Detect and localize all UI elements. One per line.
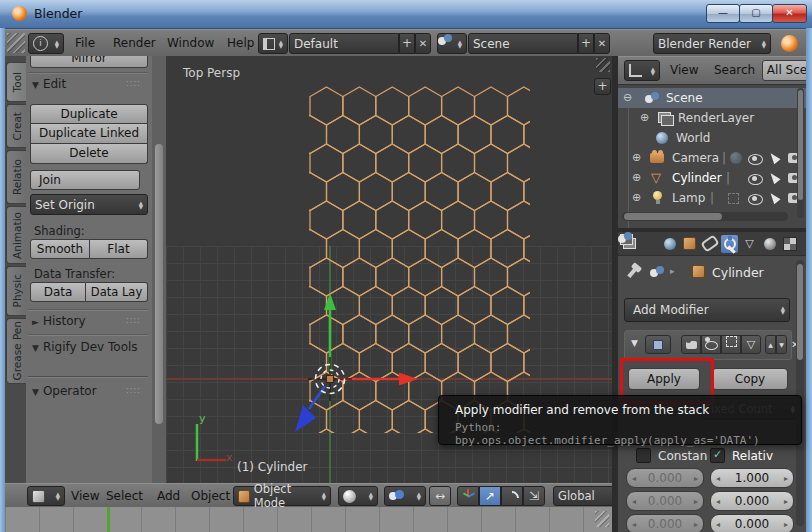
maximize-button[interactable]: ▢ xyxy=(739,4,773,23)
copy-button[interactable]: Copy xyxy=(712,368,788,390)
count-y-field[interactable]: ◂0.000▸ xyxy=(626,491,704,511)
menu-help[interactable]: Help xyxy=(227,36,254,50)
rotate-manipulator-button[interactable] xyxy=(501,486,523,506)
playhead-marker[interactable] xyxy=(107,507,110,532)
menu-add[interactable]: Add xyxy=(157,489,180,503)
expand-icon[interactable]: ⊕ xyxy=(632,191,641,204)
menu-search[interactable]: Search xyxy=(714,63,755,77)
outliner-vscrollbar[interactable] xyxy=(797,88,804,218)
history-panel-header[interactable]: ►History xyxy=(32,314,86,328)
duplicate-button[interactable]: Duplicate xyxy=(30,104,148,124)
close-button[interactable]: ✕ xyxy=(772,4,807,23)
panel-grip-icon[interactable]: :::: xyxy=(126,79,141,88)
relative-checkbox[interactable]: ✓ xyxy=(710,448,725,463)
delete-button[interactable]: Delete xyxy=(30,144,148,164)
outliner-row-camera[interactable]: ⊕ Camera | xyxy=(618,148,806,168)
scrollbar-thumb[interactable] xyxy=(798,90,803,200)
tab-scene[interactable] xyxy=(641,235,658,253)
editor-type-button[interactable]: i xyxy=(28,33,64,54)
smooth-button[interactable]: Smooth xyxy=(30,239,90,259)
minimize-button[interactable]: — xyxy=(706,4,740,23)
render-toggle-button[interactable] xyxy=(681,335,701,354)
tab-material[interactable] xyxy=(761,235,778,253)
visibility-eye-icon[interactable] xyxy=(748,194,763,205)
collapse-icon[interactable]: ▼ xyxy=(631,338,638,348)
selectability-cursor-icon[interactable] xyxy=(767,191,780,205)
outliner-row-lamp[interactable]: ⊕ Lamp | xyxy=(618,188,806,208)
data-button[interactable]: Data xyxy=(30,282,86,302)
display-mode-select[interactable]: All Sce xyxy=(762,60,806,81)
duplicate-linked-button[interactable]: Duplicate Linked xyxy=(30,124,148,144)
add-modifier-select[interactable]: Add Modifier xyxy=(624,298,790,322)
panel-grip-icon[interactable]: :::: xyxy=(126,316,141,325)
scene-browse-button[interactable] xyxy=(437,33,467,54)
shelf-tab-physics[interactable]: Physic xyxy=(6,266,26,316)
screen-layout-field[interactable]: Default xyxy=(289,33,399,54)
editor-type-button[interactable] xyxy=(27,486,65,506)
outliner-row-renderlayer[interactable]: ⊕ RenderLayer xyxy=(618,108,806,128)
shelf-tab-relations[interactable]: Relatio xyxy=(6,150,26,204)
shelf-scrollbar[interactable] xyxy=(152,56,166,483)
count-x-field[interactable]: ◂0.000▸ xyxy=(626,468,704,488)
move-down-button[interactable]: ▼ xyxy=(776,335,787,354)
collapse-icon[interactable]: ⊖ xyxy=(623,91,632,104)
mirror-button[interactable]: Mirror xyxy=(30,56,148,68)
shelf-tab-tools[interactable]: Tool xyxy=(6,62,26,102)
menu-view[interactable]: View xyxy=(670,63,698,77)
tab-constraints[interactable] xyxy=(701,235,718,253)
editor-type-button[interactable] xyxy=(624,60,660,81)
scene-field[interactable]: Scene xyxy=(468,33,578,54)
properties-scrollbar[interactable] xyxy=(796,260,804,526)
corner-grip-icon[interactable] xyxy=(596,58,610,72)
title-bar[interactable]: Blender — ▢ ✕ xyxy=(0,0,812,29)
count-z-field[interactable]: ◂0.000▸ xyxy=(626,514,704,532)
add-scene-button[interactable]: + xyxy=(578,33,594,54)
menu-file[interactable]: File xyxy=(75,36,95,50)
screen-layout-browse-button[interactable] xyxy=(258,33,288,54)
set-origin-select[interactable]: Set Origin xyxy=(30,194,148,215)
shelf-tab-animation[interactable]: Animatio xyxy=(6,206,26,264)
tab-data[interactable]: ▽ xyxy=(741,235,758,253)
visibility-eye-icon[interactable] xyxy=(748,174,763,185)
outliner-row-world[interactable]: World xyxy=(618,128,806,148)
operator-panel-header[interactable]: ▼Operator xyxy=(32,384,97,398)
scrollbar-thumb[interactable] xyxy=(797,264,803,360)
selectability-cursor-icon[interactable] xyxy=(767,151,780,165)
menu-window[interactable]: Window xyxy=(167,36,214,50)
shelf-tab-grease-pencil[interactable]: Grease Pen xyxy=(6,318,26,384)
translate-manipulator-button[interactable]: ↗ xyxy=(479,486,501,506)
mode-select[interactable]: Object Mode xyxy=(233,486,331,506)
tab-world[interactable] xyxy=(661,235,678,253)
corner-grip-icon[interactable] xyxy=(595,511,609,527)
tab-texture[interactable] xyxy=(781,235,798,253)
manipulator-axes-button[interactable] xyxy=(457,486,479,506)
tab-object[interactable] xyxy=(681,235,698,253)
translate-manipulator[interactable] xyxy=(295,293,418,432)
outliner-row-scene[interactable]: ⊖ Scene xyxy=(618,88,806,108)
render-engine-select[interactable]: Blender Render xyxy=(653,33,771,54)
properties-region-plus-button[interactable]: + xyxy=(594,78,611,95)
cage-toggle-button[interactable]: ▽ xyxy=(741,335,761,354)
shelf-tab-create[interactable]: Creat xyxy=(6,104,26,148)
tab-modifiers[interactable] xyxy=(721,235,738,253)
scale-manipulator-button[interactable]: ⇲ xyxy=(523,486,545,506)
pivot-select[interactable] xyxy=(384,486,426,506)
constant-checkbox[interactable] xyxy=(636,448,651,463)
offset-y-field[interactable]: ◂0.000▸ xyxy=(710,491,794,511)
menu-render[interactable]: Render xyxy=(113,36,156,50)
outliner-hscrollbar[interactable] xyxy=(622,212,788,221)
close-layout-button[interactable]: ✕ xyxy=(415,33,431,54)
expand-icon[interactable]: ⊕ xyxy=(632,151,641,164)
corner-grip-icon[interactable] xyxy=(7,33,25,53)
selectability-cursor-icon[interactable] xyxy=(767,171,780,185)
shading-select[interactable] xyxy=(338,486,378,506)
pin-icon[interactable] xyxy=(627,268,636,278)
edit-mode-toggle-button[interactable] xyxy=(721,335,741,354)
scrollbar-thumb[interactable] xyxy=(155,144,163,424)
visibility-toggle-button[interactable] xyxy=(701,335,721,354)
manipulator-toggle-button[interactable]: ↔ xyxy=(429,486,451,506)
expand-icon[interactable]: ⊕ xyxy=(632,171,641,184)
flat-button[interactable]: Flat xyxy=(90,239,148,259)
expand-icon[interactable]: ⊕ xyxy=(640,111,649,124)
close-scene-button[interactable]: ✕ xyxy=(594,33,610,54)
